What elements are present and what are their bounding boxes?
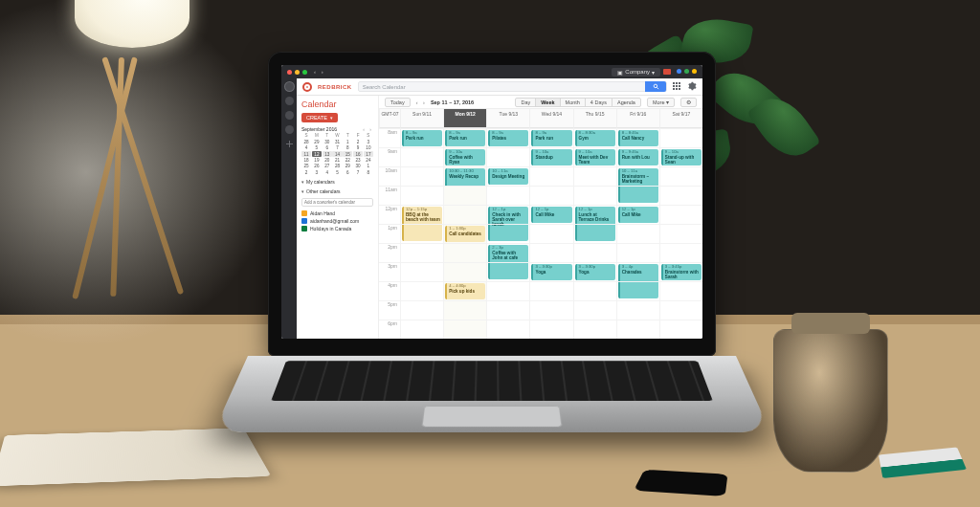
time-cell[interactable] — [400, 300, 443, 320]
time-cell[interactable] — [443, 186, 486, 205]
calendar-event[interactable]: 3 – 3:30pYoga — [575, 264, 615, 280]
day-column-header[interactable]: Thu 9/15 — [573, 109, 616, 128]
mini-day[interactable]: 5 — [332, 169, 342, 175]
mini-day[interactable]: 31 — [332, 139, 342, 144]
time-cell[interactable] — [486, 320, 529, 339]
calendar-item[interactable]: Holidays in Canada — [301, 226, 373, 231]
calendar-event[interactable]: 3 – 3:30pYoga — [531, 264, 571, 280]
time-cell[interactable] — [529, 224, 572, 243]
calendar-event[interactable]: 9 – 9:45aRun with Lou — [618, 149, 658, 165]
time-cell[interactable] — [529, 300, 572, 320]
time-cell[interactable] — [400, 186, 443, 205]
mini-day[interactable]: 14 — [332, 151, 342, 157]
nav-back-forward[interactable]: ‹ › — [314, 69, 325, 75]
mini-day[interactable]: 30 — [323, 139, 332, 144]
calendar-item[interactable]: aidanhand@gmail.com — [301, 218, 373, 224]
time-cell[interactable] — [486, 281, 529, 300]
window-traffic-lights[interactable] — [287, 70, 307, 75]
time-cell[interactable] — [443, 243, 486, 262]
calendar-event[interactable]: 8 – 8:45aCall Nancy — [618, 130, 658, 146]
add-workspace-button[interactable] — [285, 140, 294, 148]
time-cell[interactable] — [443, 262, 486, 281]
time-cell[interactable] — [616, 243, 659, 262]
time-cell[interactable] — [573, 186, 616, 205]
calendar-event[interactable]: 3 – 3:45pBrainstorm with Sarah — [661, 264, 702, 280]
time-cell[interactable] — [659, 166, 702, 186]
time-cell[interactable]: 12 – 1pCall Mike — [529, 205, 572, 224]
calendar-event[interactable]: 8 – 9aPark run — [531, 130, 571, 146]
calendar-event[interactable]: 8 – 9aPark run — [402, 130, 442, 146]
week-grid[interactable]: GMT-07Sun 9/11Mon 9/12Tue 9/13Wed 9/14Th… — [379, 109, 702, 339]
time-cell[interactable]: 12 – 1pCall Mike — [616, 205, 659, 224]
mini-day[interactable]: 16 — [353, 151, 363, 157]
time-cell[interactable]: 9 – 10aMeet with Dev Team — [573, 147, 616, 166]
time-cell[interactable] — [659, 243, 702, 262]
time-cell[interactable] — [443, 320, 486, 339]
day-column-header[interactable]: Sat 9/17 — [659, 109, 702, 128]
mini-day[interactable]: 10 — [364, 145, 373, 151]
time-cell[interactable] — [486, 186, 529, 205]
day-column-header[interactable]: Fri 9/16 — [616, 109, 659, 128]
mini-day[interactable]: 11 — [301, 151, 311, 157]
mini-day[interactable]: 29 — [343, 164, 352, 169]
mini-day[interactable]: 7 — [332, 145, 342, 151]
time-cell[interactable] — [616, 300, 659, 320]
workspace-avatar-3[interactable] — [285, 111, 294, 120]
mini-day[interactable]: 4 — [301, 145, 311, 151]
mini-day[interactable]: 26 — [312, 164, 322, 169]
time-cell[interactable]: 8 – 9aPark run — [443, 128, 486, 147]
time-cell[interactable] — [659, 224, 702, 243]
time-cell[interactable]: 12p – 1:15pBBQ at the beach with team — [400, 205, 443, 224]
view-4-days[interactable]: 4 Days — [585, 98, 612, 107]
time-cell[interactable] — [659, 205, 702, 224]
time-cell[interactable] — [659, 281, 702, 300]
calendar-event[interactable]: 12 – 1pCall Mike — [618, 207, 658, 223]
mini-day[interactable]: 3 — [364, 139, 373, 144]
search-input[interactable]: Search Calendar — [358, 81, 667, 92]
time-cell[interactable] — [573, 224, 616, 243]
calendar-event[interactable]: 8 – 8:30aGym — [575, 130, 615, 146]
workspace-avatar-4[interactable] — [285, 125, 294, 134]
time-cell[interactable] — [573, 281, 616, 300]
time-cell[interactable]: 4 – 4:30pPick up kids — [443, 281, 486, 300]
mini-day[interactable]: 30 — [353, 164, 363, 169]
time-cell[interactable]: 8 – 8:45aCall Nancy — [616, 128, 659, 147]
mini-day[interactable]: 2 — [301, 169, 311, 175]
mini-day[interactable]: 13 — [323, 151, 332, 157]
view-week[interactable]: Week — [535, 98, 560, 107]
time-cell[interactable]: 8 – 8:30aGym — [573, 128, 616, 147]
time-cell[interactable]: 12 – 1pCheck in with Sarah over lunch — [486, 205, 529, 224]
apps-grid-icon[interactable] — [673, 82, 681, 91]
time-cell[interactable] — [659, 186, 702, 205]
calendar-event[interactable]: 10 – 11aDesign Meeting — [488, 168, 528, 185]
time-cell[interactable]: 9 – 10aStandup — [529, 147, 572, 166]
mini-day[interactable]: 25 — [301, 164, 311, 169]
mini-day[interactable]: 19 — [312, 158, 322, 164]
time-cell[interactable]: 10 – 11aBrainstorm – Marketing — [616, 166, 659, 186]
time-cell[interactable]: 12 – 1pLunch at Terrace Drinks — [573, 205, 616, 224]
range-nav[interactable]: ‹ › — [416, 99, 427, 105]
time-cell[interactable]: 9 – 9:45aRun with Lou — [616, 147, 659, 166]
time-cell[interactable] — [400, 281, 443, 300]
calendar-item[interactable]: Aidan Hand — [301, 210, 373, 216]
mini-day[interactable]: 15 — [343, 151, 352, 157]
mail-icon[interactable] — [663, 69, 671, 75]
time-cell[interactable]: 8 – 9aPilates — [486, 128, 529, 147]
time-cell[interactable] — [529, 320, 572, 339]
time-cell[interactable]: 9 – 10aCoffee with Ryan — [443, 147, 486, 166]
time-cell[interactable] — [400, 262, 443, 281]
time-cell[interactable]: 10:30 – 11:30Weekly Recap — [443, 166, 486, 186]
time-cell[interactable] — [486, 300, 529, 320]
mini-day[interactable]: 23 — [353, 158, 363, 164]
time-cell[interactable] — [573, 243, 616, 262]
time-cell[interactable] — [443, 205, 486, 224]
calendar-event[interactable]: 9 – 10aMeet with Dev Team — [575, 149, 615, 165]
time-cell[interactable] — [573, 300, 616, 320]
day-column-header[interactable]: Wed 9/14 — [529, 109, 572, 128]
calendar-event[interactable]: 9 – 10aCoffee with Ryan — [445, 149, 485, 165]
mini-day[interactable]: 8 — [364, 169, 373, 175]
time-cell[interactable] — [616, 281, 659, 300]
view-month[interactable]: Month — [560, 98, 586, 107]
mini-day[interactable]: 2 — [353, 139, 363, 144]
time-cell[interactable]: 9 – 10aStand-up with Sean — [659, 147, 702, 166]
